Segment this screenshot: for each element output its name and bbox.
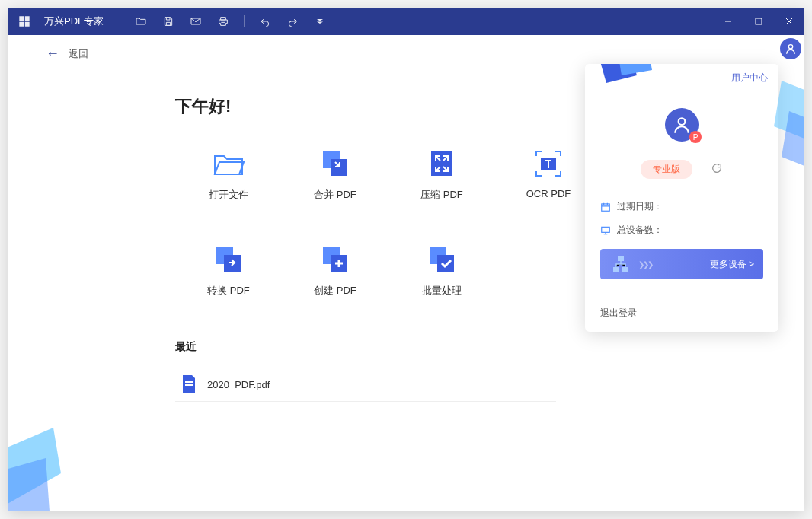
- action-label: 创建 PDF: [314, 284, 356, 298]
- avatar-container: P: [585, 108, 778, 142]
- svg-rect-4: [431, 151, 452, 176]
- close-button[interactable]: [774, 8, 804, 35]
- convert-pdf-action[interactable]: 转换 PDF: [175, 244, 282, 298]
- svg-rect-11: [437, 255, 454, 272]
- pro-version-badge: 专业版: [641, 160, 692, 179]
- merge-icon: [318, 148, 352, 179]
- folder-icon[interactable]: [134, 14, 148, 28]
- panel-decoration-icon: [591, 64, 660, 102]
- create-pdf-action[interactable]: 创建 PDF: [282, 244, 388, 298]
- recent-file-name: 2020_PDF.pdf: [207, 379, 270, 390]
- action-label: 转换 PDF: [207, 284, 250, 298]
- compress-pdf-action[interactable]: 压缩 PDF: [388, 148, 495, 202]
- open-file-action[interactable]: 打开文件: [175, 148, 282, 202]
- title-bar: 万兴PDF专家: [8, 8, 804, 35]
- refresh-icon[interactable]: [711, 162, 723, 177]
- devices-label: 总设备数：: [617, 224, 663, 237]
- folder-open-icon: [212, 148, 245, 179]
- svg-rect-0: [756, 18, 762, 24]
- devices-row: 总设备数：: [600, 224, 763, 237]
- dropdown-icon[interactable]: [313, 14, 327, 28]
- svg-rect-18: [613, 267, 619, 272]
- logout-button[interactable]: 退出登录: [585, 295, 778, 332]
- recent-title: 最近: [175, 340, 766, 354]
- action-label: 压缩 PDF: [420, 188, 463, 202]
- devices-network-icon: [609, 255, 632, 273]
- corner-decoration-tr-icon: [774, 81, 804, 172]
- chevrons-icon: ❯❯❯: [638, 260, 652, 269]
- main-area: ← 返回 下午好! 打开文件 合并 PDF: [8, 35, 804, 511]
- calendar-icon: [600, 202, 611, 212]
- expire-label: 过期日期：: [617, 200, 663, 213]
- back-button[interactable]: ← 返回: [46, 46, 766, 62]
- window-controls: [713, 8, 804, 35]
- ocr-icon: [532, 148, 565, 179]
- app-title: 万兴PDF专家: [44, 14, 104, 28]
- more-devices-label: 更多设备 >: [710, 258, 754, 271]
- merge-pdf-action[interactable]: 合并 PDF: [282, 148, 388, 202]
- svg-point-1: [788, 45, 792, 49]
- batch-process-action[interactable]: 批量处理: [388, 244, 495, 298]
- pdf-file-icon: [181, 375, 197, 393]
- svg-rect-15: [602, 203, 610, 210]
- user-button[interactable]: [780, 38, 801, 59]
- undo-icon[interactable]: [258, 14, 272, 28]
- info-section: 过期日期： 总设备数： ❯❯❯ 更多设备 >: [585, 179, 778, 295]
- pro-row: 专业版: [585, 160, 778, 179]
- monitor-icon: [600, 225, 611, 236]
- corner-decoration-bl-icon: [8, 428, 84, 511]
- recent-section: 最近 2020_PDF.pdf: [175, 340, 766, 402]
- toolbar: [134, 14, 327, 28]
- recent-file-item[interactable]: 2020_PDF.pdf: [175, 368, 556, 402]
- save-icon[interactable]: [161, 14, 175, 28]
- convert-icon: [212, 244, 245, 275]
- action-label: 打开文件: [209, 188, 248, 202]
- svg-rect-12: [185, 381, 193, 383]
- expire-date-row: 过期日期：: [600, 200, 763, 213]
- app-logo-icon: [17, 14, 32, 29]
- print-icon[interactable]: [216, 14, 230, 28]
- create-icon: [318, 244, 352, 275]
- user-panel: 用户中心 P 专业版 过期日期：: [585, 64, 778, 332]
- panel-header: 用户中心: [585, 64, 778, 99]
- batch-icon: [425, 244, 459, 275]
- action-label: 合并 PDF: [314, 188, 356, 202]
- user-avatar-icon: P: [665, 108, 699, 142]
- action-label: 批量处理: [422, 284, 462, 298]
- compress-icon: [425, 148, 459, 179]
- svg-point-14: [679, 118, 686, 125]
- svg-rect-17: [618, 256, 624, 261]
- mail-icon[interactable]: [189, 14, 203, 28]
- action-label: OCR PDF: [526, 188, 571, 199]
- back-arrow-icon: ←: [46, 46, 59, 62]
- toolbar-separator: [244, 15, 245, 27]
- more-devices-button[interactable]: ❯❯❯ 更多设备 >: [600, 249, 763, 279]
- svg-rect-13: [185, 384, 193, 386]
- svg-rect-16: [602, 227, 610, 232]
- svg-rect-19: [622, 267, 628, 272]
- minimize-button[interactable]: [713, 8, 743, 35]
- redo-icon[interactable]: [286, 14, 299, 28]
- pro-badge-icon: P: [689, 131, 702, 143]
- back-label: 返回: [69, 47, 88, 61]
- user-center-link[interactable]: 用户中心: [731, 72, 768, 84]
- maximize-button[interactable]: [743, 8, 774, 35]
